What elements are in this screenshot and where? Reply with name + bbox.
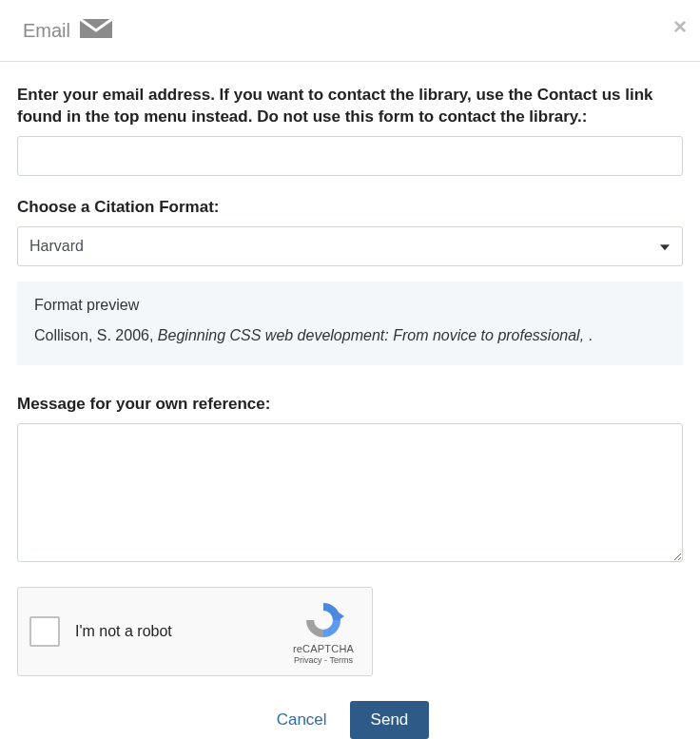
citation-tail: . <box>589 327 593 343</box>
message-textarea[interactable] <box>17 423 683 562</box>
modal-body: Enter your email address. If you want to… <box>0 62 700 739</box>
citation-select-wrapper: Harvard <box>17 226 683 266</box>
citation-format-label: Choose a Citation Format: <box>17 197 683 219</box>
recaptcha-links: Privacy - Terms <box>294 655 353 665</box>
message-group: Message for your own reference: <box>17 394 683 566</box>
email-group: Enter your email address. If you want to… <box>17 85 683 176</box>
recaptcha-brand-text: reCAPTCHA <box>293 643 354 654</box>
citation-preview-text: Collison, S. 2006, Beginning CSS web dev… <box>34 325 666 346</box>
modal-header: Email × <box>0 0 700 62</box>
recaptcha-label: I'm not a robot <box>75 623 286 640</box>
citation-format-group: Choose a Citation Format: Harvard <box>17 197 683 266</box>
send-button[interactable]: Send <box>350 701 430 739</box>
citation-author-year: Collison, S. 2006, <box>34 327 158 343</box>
message-label: Message for your own reference: <box>17 394 683 416</box>
email-icon <box>80 17 112 44</box>
citation-title: Beginning CSS web development: From novi… <box>158 327 589 343</box>
modal-title: Email <box>23 20 70 42</box>
recaptcha-terms-link[interactable]: Terms <box>329 655 353 665</box>
svg-marker-1 <box>339 613 344 620</box>
email-label: Enter your email address. If you want to… <box>17 85 683 128</box>
recaptcha-widget: I'm not a robot reCAPTCHA Privacy - Term… <box>17 587 373 676</box>
citation-format-select[interactable]: Harvard <box>17 226 683 266</box>
format-preview-box: Format preview Collison, S. 2006, Beginn… <box>17 282 683 365</box>
format-preview-label: Format preview <box>34 297 666 314</box>
recaptcha-icon <box>302 599 344 641</box>
recaptcha-branding: reCAPTCHA Privacy - Terms <box>286 599 360 665</box>
close-button[interactable]: × <box>673 15 687 38</box>
recaptcha-privacy-link[interactable]: Privacy <box>294 655 322 665</box>
cancel-button[interactable]: Cancel <box>271 703 333 737</box>
modal-footer: Cancel Send <box>17 701 683 739</box>
email-input[interactable] <box>17 136 683 176</box>
recaptcha-checkbox[interactable] <box>29 616 60 647</box>
